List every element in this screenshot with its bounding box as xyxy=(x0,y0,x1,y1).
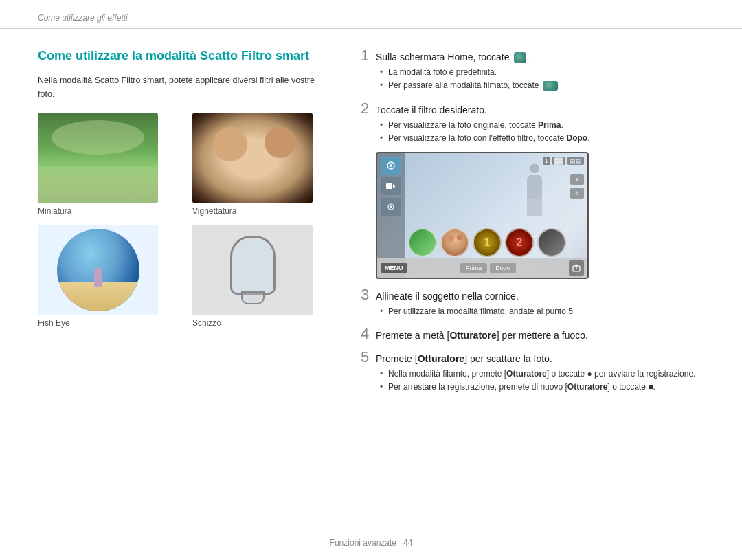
share-icon[interactable] xyxy=(569,260,584,276)
dopo-button[interactable]: Dopo xyxy=(490,263,516,273)
svg-marker-3 xyxy=(393,184,396,188)
step-5-bullet-1: Nella modalità filamto, premete [Otturat… xyxy=(380,368,704,381)
step-5-number: 5 xyxy=(361,350,372,365)
cam-icon-photo xyxy=(381,157,401,175)
section-intro: Nella modalità Scatto Filtro smart, pote… xyxy=(38,74,333,101)
step-5-title: Premete [Otturatore] per scattare la fot… xyxy=(376,353,552,364)
svg-point-5 xyxy=(390,206,392,208)
breadcrumb-text: Come utilizzare gli effetti xyxy=(38,13,128,23)
step-4: 4 Premete a metà [Otturatore] per metter… xyxy=(361,326,704,341)
image-item-vignettatura: Vignettatura xyxy=(192,113,333,216)
right-column: 1 Sulla schermata Home, toccate . La mod… xyxy=(361,48,704,403)
step-3: 3 Allineate il soggetto nella cornice. P… xyxy=(361,287,704,318)
cam-filter-row: 1 2 xyxy=(408,228,584,257)
cam-top-right: 1 ▓▓ ▤▤ xyxy=(543,157,584,165)
step-1-number: 1 xyxy=(361,48,372,63)
step-4-header: 4 Premete a metà [Otturatore] per metter… xyxy=(361,326,704,341)
breadcrumb: Come utilizzare gli effetti xyxy=(0,0,742,29)
step-5-bullets: Nella modalità filamto, premete [Otturat… xyxy=(361,368,704,394)
step-2-header: 2 Toccate il filtro desiderato. xyxy=(361,101,704,116)
prima-button[interactable]: Prima xyxy=(460,263,488,273)
step-5-bullet-2: Per arrestare la registrazione, premete … xyxy=(380,381,704,394)
step-2-bullets: Per visualizzare la foto originale, tocc… xyxy=(361,119,704,145)
step-2-bullet-2: Per visualizzare la foto con l'effetto f… xyxy=(380,132,704,145)
filter-btn-dark[interactable] xyxy=(537,228,566,257)
step-4-number: 4 xyxy=(361,326,372,341)
svg-point-1 xyxy=(390,164,392,167)
label-schizzo: Schizzo xyxy=(192,318,333,328)
footer-page: 44 xyxy=(403,538,412,548)
left-column: Come utilizzare la modalità Scatto Filtr… xyxy=(38,48,333,403)
section-title: Come utilizzare la modalità Scatto Filtr… xyxy=(38,48,333,64)
silhouette-body xyxy=(527,175,542,199)
cam-icon-settings xyxy=(381,198,401,216)
camera-screen: 1 ▓▓ ▤▤ ≡ ↯ xyxy=(377,153,587,278)
step-1: 1 Sulla schermata Home, toccate . La mod… xyxy=(361,48,704,93)
label-fisheye: Fish Eye xyxy=(38,318,179,328)
filter-num-2-label: 2 xyxy=(517,236,523,249)
silhouette xyxy=(522,164,546,219)
image-item-fisheye: Fish Eye xyxy=(38,225,179,328)
step-1-title: Sulla schermata Home, toccate . xyxy=(376,52,529,63)
cam-right-icon2: ↯ xyxy=(570,188,584,199)
menu-button[interactable]: MENU xyxy=(381,263,407,273)
filter-btn-green[interactable] xyxy=(408,228,437,257)
silhouette-head xyxy=(530,164,539,173)
label-miniatura: Miniatura xyxy=(38,206,179,216)
step-5: 5 Premete [Otturatore] per scattare la f… xyxy=(361,350,704,394)
step-2-number: 2 xyxy=(361,101,372,116)
cam-status-battery: ▓▓ xyxy=(552,157,565,165)
step-2: 2 Toccate il filtro desiderato. Per visu… xyxy=(361,101,704,279)
page-footer: Funzioni avanzate 44 xyxy=(0,538,742,548)
video-mode-icon xyxy=(543,81,558,91)
step-2-bullet-1: Per visualizzare la foto originale, tocc… xyxy=(380,119,704,132)
photo-vignettatura xyxy=(192,113,313,203)
home-icon xyxy=(514,52,526,63)
filter-btn-1[interactable]: 1 xyxy=(473,228,502,257)
step-1-header: 1 Sulla schermata Home, toccate . xyxy=(361,48,704,63)
step-3-number: 3 xyxy=(361,287,372,302)
cam-status-card: ▤▤ xyxy=(567,157,584,165)
label-vignettatura: Vignettatura xyxy=(192,206,333,216)
camera-ui: 1 ▓▓ ▤▤ ≡ ↯ xyxy=(376,152,589,279)
cam-right-icons: ≡ ↯ xyxy=(570,174,584,199)
photo-fisheye-circle xyxy=(57,229,139,311)
step-3-header: 3 Allineate il soggetto nella cornice. xyxy=(361,287,704,302)
step-4-title: Premete a metà [Otturatore] per mettere … xyxy=(376,330,588,341)
step-1-bullet-2: Per passare alla modalità filmato, tocca… xyxy=(380,79,704,92)
photo-schizzo xyxy=(192,225,313,315)
step-1-bullets: La modalità foto è predefinita. Per pass… xyxy=(361,66,704,92)
svg-rect-2 xyxy=(386,183,392,189)
image-item-schizzo: Schizzo xyxy=(192,225,333,328)
photo-miniatura xyxy=(38,113,158,203)
step-5-header: 5 Premete [Otturatore] per scattare la f… xyxy=(361,350,704,365)
page-container: Come utilizzare gli effetti Come utilizz… xyxy=(0,0,742,560)
silhouette-legs xyxy=(527,199,542,216)
filter-btn-2[interactable]: 2 xyxy=(505,228,534,257)
image-item-miniatura: Miniatura xyxy=(38,113,179,216)
step-3-bullets: Per utilizzare la modalità filmato, anda… xyxy=(361,305,704,318)
step-2-title: Toccate il filtro desiderato. xyxy=(376,104,487,115)
footer-text: Funzioni avanzate xyxy=(330,538,396,548)
filter-num-1-label: 1 xyxy=(484,236,491,249)
cam-icon-video xyxy=(381,177,401,195)
cam-bottom-bar: MENU Prima Dopo xyxy=(377,258,587,278)
step-1-bullet-1: La modalità foto è predefinita. xyxy=(380,66,704,79)
photo-fisheye-wrap xyxy=(38,225,158,315)
step-3-title: Allineate il soggetto nella cornice. xyxy=(376,291,519,302)
image-grid: Miniatura Vignettatura Fish Eye xyxy=(38,113,333,328)
filter-btn-face[interactable] xyxy=(440,228,469,257)
step-3-bullet-1: Per utilizzare la modalità filmato, anda… xyxy=(380,305,704,318)
main-content: Come utilizzare la modalità Scatto Filtr… xyxy=(0,29,742,416)
cam-right-icon1: ≡ xyxy=(570,174,584,185)
